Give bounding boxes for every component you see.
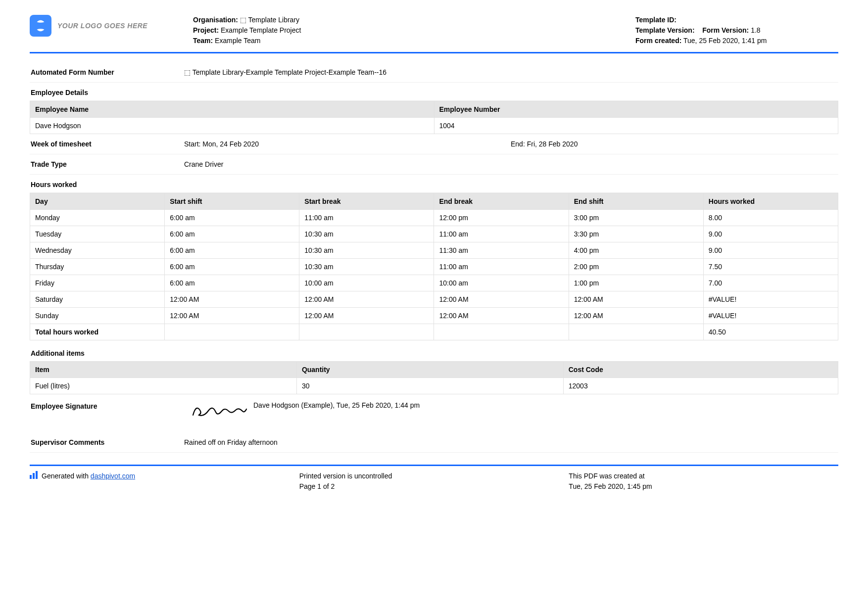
form-number-row: Automated Form Number ⬚ Template Library… xyxy=(30,62,838,83)
bar-chart-icon xyxy=(30,471,38,479)
table-cell: 6:00 am xyxy=(165,210,299,226)
template-id-label: Template ID: xyxy=(635,16,676,24)
table-cell xyxy=(569,324,703,340)
project-label: Project: xyxy=(193,26,219,34)
project-value: Example Template Project xyxy=(221,26,301,34)
employee-number-header: Employee Number xyxy=(434,101,838,118)
supervisor-row: Supervisor Comments Rained off on Friday… xyxy=(30,432,838,453)
table-cell: Sunday xyxy=(30,308,165,324)
table-cell: 12:00 AM xyxy=(165,291,299,308)
table-cell: 10:00 am xyxy=(299,275,434,291)
table-header-cell: Cost Code xyxy=(563,362,838,378)
supervisor-label: Supervisor Comments xyxy=(31,438,184,446)
logo-icon xyxy=(30,15,51,37)
signature-row: Employee Signature Dave Hodgson (Example… xyxy=(30,394,838,427)
logo-block: YOUR LOGO GOES HERE xyxy=(30,15,183,37)
employee-name-header: Employee Name xyxy=(30,101,434,118)
additional-heading: Additional items xyxy=(30,340,838,361)
table-row: Dave Hodgson 1004 xyxy=(30,118,838,134)
form-number-label: Automated Form Number xyxy=(31,68,184,76)
signature-label: Employee Signature xyxy=(31,400,184,410)
table-cell: 12003 xyxy=(563,378,838,394)
table-header-row: ItemQuantityCost Code xyxy=(30,362,838,378)
signature-image xyxy=(189,400,248,422)
form-created-label: Form created: xyxy=(635,37,681,45)
total-row: Total hours worked40.50 xyxy=(30,324,838,340)
table-cell: Monday xyxy=(30,210,165,226)
hours-table: DayStart shiftStart breakEnd breakEnd sh… xyxy=(30,193,838,340)
table-header-cell: End break xyxy=(434,193,569,210)
table-cell: Tuesday xyxy=(30,226,165,242)
table-cell: 6:00 am xyxy=(165,226,299,242)
table-header-cell: Start shift xyxy=(165,193,299,210)
table-row: Friday6:00 am10:00 am10:00 am1:00 pm7.00 xyxy=(30,275,838,291)
table-cell: Thursday xyxy=(30,259,165,275)
trade-row: Trade Type Crane Driver xyxy=(30,154,838,175)
table-cell: 11:00 am xyxy=(434,259,569,275)
table-cell: 3:30 pm xyxy=(569,226,703,242)
footer-right: This PDF was created at Tue, 25 Feb 2020… xyxy=(569,471,838,492)
table-cell: 7.00 xyxy=(703,275,838,291)
footer-left: Generated with dashpivot.com xyxy=(30,471,299,492)
table-header-cell: Start break xyxy=(299,193,434,210)
table-cell: Fuel (litres) xyxy=(30,378,297,394)
table-cell: 12:00 AM xyxy=(569,308,703,324)
table-cell: 9.00 xyxy=(703,242,838,259)
pdf-created-label: This PDF was created at xyxy=(569,471,838,481)
table-header-row: Employee Name Employee Number xyxy=(30,101,838,118)
additional-table: ItemQuantityCost Code Fuel (litres)30120… xyxy=(30,361,838,394)
form-number-value: ⬚ Template Library-Example Template Proj… xyxy=(184,68,837,76)
trade-label: Trade Type xyxy=(31,160,184,168)
generated-prefix: Generated with xyxy=(42,472,91,480)
table-cell: 3:00 pm xyxy=(569,210,703,226)
table-cell: 12:00 AM xyxy=(434,308,569,324)
table-cell: Wednesday xyxy=(30,242,165,259)
table-cell: 10:30 am xyxy=(299,226,434,242)
week-end: End: Fri, 28 Feb 2020 xyxy=(511,140,837,148)
table-row: Tuesday6:00 am10:30 am11:00 am3:30 pm9.0… xyxy=(30,226,838,242)
table-header-cell: End shift xyxy=(569,193,703,210)
table-cell: Friday xyxy=(30,275,165,291)
page-header: YOUR LOGO GOES HERE Organisation: ⬚ Temp… xyxy=(30,15,838,53)
template-version-label: Template Version: xyxy=(635,26,695,34)
dashpivot-link[interactable]: dashpivot.com xyxy=(91,472,135,480)
table-cell: #VALUE! xyxy=(703,308,838,324)
table-cell: 11:00 am xyxy=(434,226,569,242)
table-cell: 4:00 pm xyxy=(569,242,703,259)
table-cell: 8.00 xyxy=(703,210,838,226)
printed-text: Printed version is uncontrolled xyxy=(299,471,569,481)
header-meta-right: Template ID: Template Version: Form Vers… xyxy=(635,15,838,46)
employee-number-value: 1004 xyxy=(434,118,838,134)
table-cell: #VALUE! xyxy=(703,291,838,308)
table-header-cell: Quantity xyxy=(296,362,563,378)
table-cell: 12:00 AM xyxy=(299,291,434,308)
table-cell xyxy=(165,324,299,340)
trade-value: Crane Driver xyxy=(184,160,837,168)
table-row: Saturday12:00 AM12:00 AM12:00 AM12:00 AM… xyxy=(30,291,838,308)
table-cell: 6:00 am xyxy=(165,259,299,275)
pdf-created-value: Tue, 25 Feb 2020, 1:45 pm xyxy=(569,481,838,492)
week-start: Start: Mon, 24 Feb 2020 xyxy=(184,140,511,148)
table-cell xyxy=(434,324,569,340)
table-cell: Saturday xyxy=(30,291,165,308)
week-label: Week of timesheet xyxy=(31,140,184,148)
table-cell: 7.50 xyxy=(703,259,838,275)
table-cell: 12:00 pm xyxy=(434,210,569,226)
table-header-row: DayStart shiftStart breakEnd breakEnd sh… xyxy=(30,193,838,210)
table-row: Fuel (litres)3012003 xyxy=(30,378,838,394)
table-cell: 10:30 am xyxy=(299,259,434,275)
week-row: Week of timesheet Start: Mon, 24 Feb 202… xyxy=(30,134,838,154)
table-cell: 6:00 am xyxy=(165,275,299,291)
table-cell: 1:00 pm xyxy=(569,275,703,291)
table-cell: 11:30 am xyxy=(434,242,569,259)
page-footer: Generated with dashpivot.com Printed ver… xyxy=(30,465,838,492)
org-value: ⬚ Template Library xyxy=(240,16,299,24)
employee-name-value: Dave Hodgson xyxy=(30,118,434,134)
form-version-value: 1.8 xyxy=(751,26,760,34)
table-cell: 2:00 pm xyxy=(569,259,703,275)
table-cell xyxy=(299,324,434,340)
total-label: Total hours worked xyxy=(30,324,165,340)
logo-placeholder-text: YOUR LOGO GOES HERE xyxy=(57,22,147,30)
table-cell: 6:00 am xyxy=(165,242,299,259)
table-cell: 12:00 AM xyxy=(434,291,569,308)
